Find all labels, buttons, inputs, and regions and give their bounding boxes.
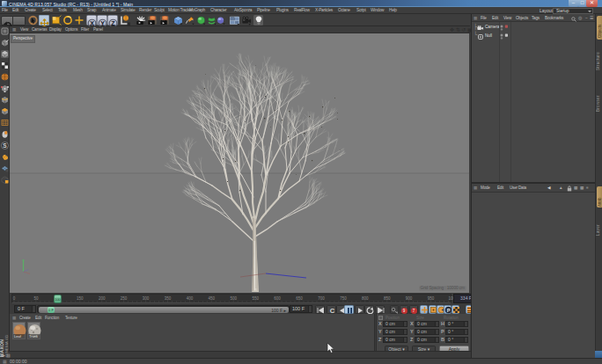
- svg-text:Z: Z: [111, 20, 115, 26]
- svg-text:P: P: [447, 308, 451, 313]
- svg-text:Y: Y: [100, 20, 105, 26]
- svg-text:S: S: [3, 142, 7, 149]
- svg-text:X: X: [90, 20, 94, 26]
